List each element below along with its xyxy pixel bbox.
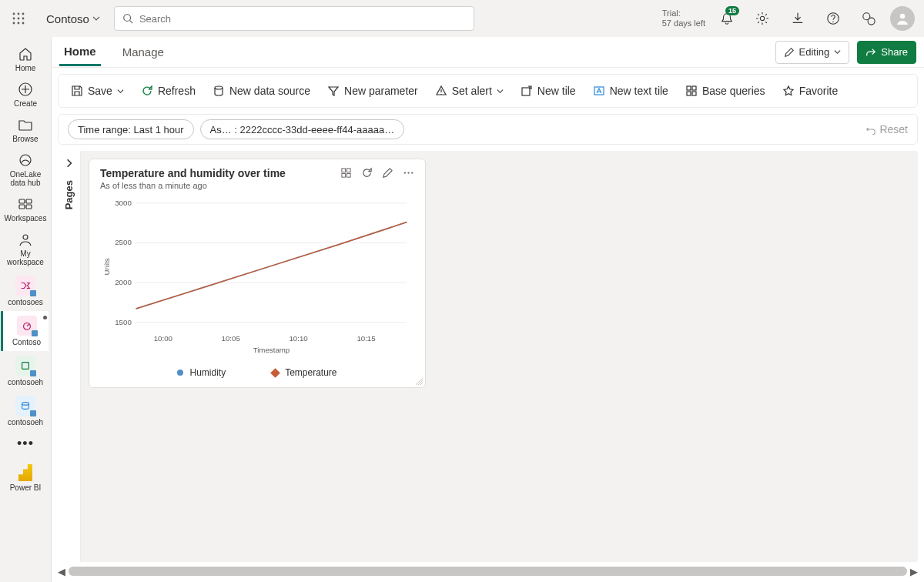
- svg-text:1500: 1500: [115, 318, 132, 326]
- dashboard-canvas[interactable]: Temperature and humidity over time As of…: [81, 151, 918, 562]
- more-icon: •••: [17, 436, 34, 452]
- svg-rect-25: [22, 363, 29, 370]
- left-nav: Home Create Browse OneLake data hub Work…: [0, 37, 52, 582]
- scrollbar-track[interactable]: [69, 567, 907, 576]
- search-input[interactable]: [139, 13, 466, 25]
- user-avatar[interactable]: [890, 6, 915, 31]
- help-icon: [826, 12, 840, 25]
- dashboard-icon: [17, 316, 37, 336]
- reset-button[interactable]: Reset: [865, 123, 908, 135]
- legend-humidity[interactable]: Humidity: [177, 367, 226, 378]
- nav-workspaces[interactable]: Workspaces: [2, 192, 49, 227]
- asset-filter-pill[interactable]: As… : 2222cccc-33dd-eeee-ff44-aaaaa…: [200, 119, 405, 139]
- cmd-new-text-tile[interactable]: New text tile: [590, 82, 671, 100]
- nav-contosoeh-1[interactable]: contosoeh: [2, 351, 49, 391]
- refresh-icon: [361, 167, 373, 179]
- nav-pbi-label: Power BI: [10, 483, 42, 492]
- queries-icon: [685, 85, 698, 97]
- waffle-icon: [12, 12, 25, 25]
- svg-text:Timestamp: Timestamp: [253, 346, 290, 354]
- time-range-pill[interactable]: Time range: Last 1 hour: [68, 119, 194, 139]
- notifications-button[interactable]: 15: [713, 5, 741, 32]
- svg-point-27: [215, 86, 223, 89]
- legend-temperature[interactable]: Temperature: [272, 367, 336, 378]
- nav-home[interactable]: Home: [2, 42, 49, 77]
- plus-circle-icon: [18, 82, 33, 97]
- svg-rect-35: [346, 169, 350, 172]
- cmd-favorite-label: Favorite: [799, 85, 839, 97]
- cmd-new-parameter[interactable]: New parameter: [324, 82, 421, 100]
- svg-text:10:05: 10:05: [222, 334, 240, 343]
- chevron-down-icon: [834, 48, 841, 55]
- tile-explore-button[interactable]: [340, 167, 352, 179]
- help-button[interactable]: [819, 5, 847, 32]
- search-box[interactable]: [114, 6, 474, 31]
- tile-more-button[interactable]: [403, 167, 414, 179]
- pencil-icon: [784, 47, 795, 58]
- nav-browse-label: Browse: [12, 135, 38, 143]
- nav-workspaces-label: Workspaces: [5, 214, 47, 222]
- settings-button[interactable]: [748, 5, 776, 32]
- chevron-down-icon: [92, 15, 100, 22]
- star-icon: [782, 85, 795, 97]
- nav-browse[interactable]: Browse: [2, 112, 49, 148]
- grid-icon: [340, 167, 352, 179]
- svg-rect-30: [687, 86, 691, 90]
- svg-rect-22: [26, 205, 32, 209]
- cmd-refresh[interactable]: Refresh: [138, 82, 199, 100]
- workspace-dropdown[interactable]: Contoso: [46, 12, 100, 25]
- nav-contosoes[interactable]: contosoes: [2, 271, 49, 311]
- svg-point-26: [22, 403, 29, 406]
- tile-add-icon: [521, 85, 533, 97]
- resize-icon: [416, 378, 424, 386]
- share-button[interactable]: Share: [857, 41, 916, 64]
- svg-point-4: [18, 18, 20, 20]
- chart-area: 150020002500300010:0010:0510:1010:15Time…: [100, 196, 414, 358]
- chevron-right-icon: [65, 159, 74, 168]
- tile-edit-button[interactable]: [382, 167, 393, 179]
- tile-resize-handle[interactable]: [416, 378, 424, 386]
- share-label: Share: [881, 46, 908, 58]
- app-launcher-button[interactable]: [5, 5, 32, 32]
- scroll-right-button[interactable]: ▶: [910, 566, 918, 577]
- cmd-new-data-source[interactable]: New data source: [209, 82, 313, 100]
- editing-mode-dropdown[interactable]: Editing: [775, 41, 850, 64]
- nav-my-workspace[interactable]: My workspace: [2, 227, 49, 271]
- nav-contoso[interactable]: Contoso: [1, 311, 49, 351]
- nav-powerbi[interactable]: Power BI: [2, 457, 49, 497]
- share-icon: [865, 47, 876, 58]
- nav-contosoes-label: contosoes: [8, 298, 43, 306]
- tab-manage[interactable]: Manage: [118, 39, 169, 65]
- tile-refresh-button[interactable]: [361, 167, 373, 179]
- cmd-save[interactable]: Save: [68, 82, 127, 100]
- feedback-button[interactable]: [855, 5, 882, 32]
- cmd-favorite[interactable]: Favorite: [779, 82, 842, 100]
- cmd-alert-label: Set alert: [452, 85, 492, 97]
- nav-onelake[interactable]: OneLake data hub: [2, 148, 49, 192]
- svg-point-23: [23, 235, 28, 239]
- unsaved-dot-icon: [43, 316, 47, 319]
- scrollbar-thumb[interactable]: [69, 567, 907, 576]
- eventhouse-icon: [15, 356, 35, 376]
- nav-more[interactable]: •••: [2, 431, 49, 457]
- temperature-marker-icon: [270, 368, 280, 378]
- tab-home[interactable]: Home: [59, 38, 101, 66]
- page-tabs: Home Manage Editing Share: [52, 37, 924, 68]
- folder-icon: [18, 117, 33, 132]
- expand-pages-button[interactable]: [60, 154, 79, 172]
- cmd-newtexttile-label: New text tile: [610, 85, 668, 97]
- cmd-base-queries[interactable]: Base queries: [682, 82, 768, 100]
- cmd-new-tile[interactable]: New tile: [517, 82, 579, 100]
- tile-actions: [340, 167, 414, 179]
- tile-temp-humidity[interactable]: Temperature and humidity over time As of…: [89, 159, 426, 388]
- tile-header: Temperature and humidity over time As of…: [100, 167, 414, 190]
- nav-create[interactable]: Create: [2, 77, 49, 112]
- svg-rect-21: [19, 205, 25, 209]
- scroll-left-button[interactable]: ◀: [58, 566, 65, 577]
- cmd-refresh-label: Refresh: [158, 85, 196, 97]
- cmd-set-alert[interactable]: Set alert: [432, 82, 507, 100]
- nav-contosoeh-2[interactable]: contosoeh: [2, 391, 49, 431]
- horizontal-scrollbar[interactable]: ◀ ▶: [58, 565, 918, 577]
- download-button[interactable]: [784, 5, 812, 32]
- chevron-down-icon: [117, 88, 124, 95]
